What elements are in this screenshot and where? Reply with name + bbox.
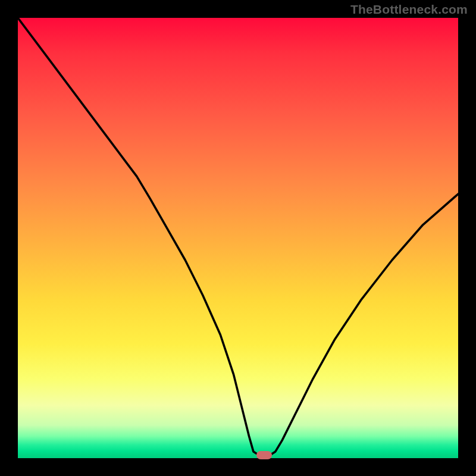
watermark-text: TheBottleneck.com <box>350 2 468 17</box>
bottleneck-curve <box>18 18 458 458</box>
chart-frame: TheBottleneck.com <box>0 0 476 476</box>
curve-line <box>18 18 458 456</box>
min-marker <box>256 451 272 459</box>
plot-area <box>18 18 458 458</box>
